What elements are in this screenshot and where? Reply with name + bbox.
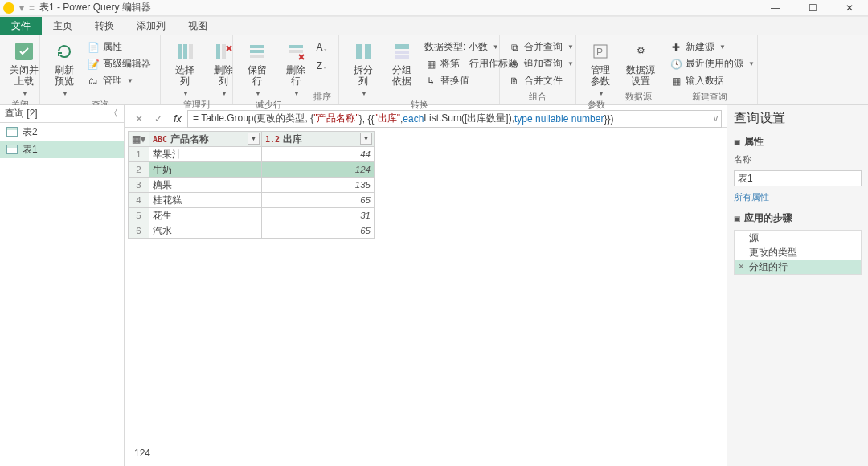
split-column-button[interactable]: 拆分 列▼ [346,39,381,99]
svg-rect-9 [250,50,264,53]
sort-desc-icon: Z↓ [316,59,329,72]
table-row[interactable]: 5花生31 [129,208,375,223]
table-corner[interactable]: ▦▾ [129,132,149,147]
formula-expand-icon[interactable]: v [714,114,718,123]
formula-cancel-button[interactable]: ✕ [129,110,149,128]
svg-text:P: P [596,47,603,58]
append-icon: ⊕ [508,58,521,71]
ribbon-tabs: 文件 主页 转换 添加列 视图 [0,16,868,35]
svg-rect-19 [395,55,409,59]
svg-rect-2 [183,44,187,59]
sort-asc-icon: A↓ [316,41,329,54]
enter-data-icon: ▦ [669,75,682,88]
keep-rows-icon [246,40,268,63]
tab-file[interactable]: 文件 [0,17,42,35]
properties-icon: 📄 [87,41,100,54]
tab-view[interactable]: 视图 [177,17,219,35]
properties-button[interactable]: 📄属性 [85,39,153,55]
combine-files-button[interactable]: 🗎合并文件 [506,72,575,89]
collapse-queries-button[interactable]: 〈 [108,108,119,120]
formula-input[interactable]: = Table.Group(更改的类型, {"产品名称"}, {{"出库", e… [187,110,722,128]
files-icon: 🗎 [508,75,521,88]
merge-queries-button[interactable]: ⧉合并查询▼ [506,39,575,55]
table-row[interactable]: 4桂花糕65 [129,193,375,208]
group-sort-label: 排序 [305,91,338,104]
tab-addcolumn[interactable]: 添加列 [125,17,177,35]
new-source-button[interactable]: ✚新建源▼ [668,39,756,55]
group-combine-label: 组合 [500,91,575,104]
applied-step[interactable]: ✕分组的行 [735,260,861,274]
recent-icon: 🕓 [669,58,682,71]
choose-columns-button[interactable]: 选择 列▼ [167,39,203,99]
gear-icon: ⚙ [629,40,652,63]
params-icon: P [589,40,612,63]
table-icon [6,145,18,154]
group-newq-label: 新建查询 [661,91,757,104]
remove-cols-icon [212,40,235,63]
column-header[interactable]: 1.2出库▼ [262,132,375,147]
close-button[interactable]: ✕ [831,0,868,16]
svg-rect-1 [178,44,182,59]
group-by-button[interactable]: 分组 依据 [384,39,420,89]
svg-rect-8 [250,45,264,48]
query-settings-pane: 查询设置 ▣属性 名称 表1 所有属性 ▣应用的步骤 源更改的类型✕分组的行 [727,105,868,466]
data-grid[interactable]: ▦▾ABC产品名称▼1.2出库▼ 1苹果汁442牛奶1243糖果1354桂花糕6… [128,131,375,239]
close-load-button[interactable]: 关闭并 上载▼ [6,39,42,99]
settings-title: 查询设置 [734,110,862,127]
applied-steps-list: 源更改的类型✕分组的行 [734,230,862,275]
filter-icon[interactable]: ▼ [248,133,260,145]
editor-area: ✕ ✓ fx = Table.Group(更改的类型, {"产品名称"}, {{… [125,105,727,466]
editor-icon: 📝 [87,58,100,71]
close-load-icon [13,40,35,63]
query-item[interactable]: 表1 [0,141,124,158]
manage-params-button[interactable]: P 管理 参数▼ [583,39,618,99]
all-properties-link[interactable]: 所有属性 [734,191,862,203]
window-title: 表1 - Power Query 编辑器 [39,1,151,14]
recent-sources-button[interactable]: 🕓最近使用的源▼ [668,55,756,72]
enter-data-button[interactable]: ▦输入数据 [668,72,756,89]
applied-step[interactable]: 源 [735,231,861,245]
table-icon [6,127,18,137]
datasource-settings-button[interactable]: ⚙ 数据源 设置 [623,39,658,89]
keep-rows-button[interactable]: 保留 行▼ [240,39,275,99]
tab-transform[interactable]: 转换 [84,17,125,35]
queries-pane: 查询 [2] 〈 表2表1 [0,105,125,466]
svg-rect-11 [289,45,303,48]
svg-rect-3 [189,44,193,59]
table-row[interactable]: 2牛奶124 [129,162,375,178]
refresh-icon [53,40,76,63]
choose-cols-icon [174,40,196,63]
svg-rect-10 [250,55,264,58]
manage-button[interactable]: 🗂管理▼ [85,72,153,89]
applied-step[interactable]: 更改的类型 [735,245,861,260]
table-row[interactable]: 6汽水65 [129,223,375,239]
append-queries-button[interactable]: ⊕追加查询▼ [506,55,575,72]
steps-section-header: 应用的步骤 [744,211,792,225]
refresh-preview-button[interactable]: 刷新 预览▼ [47,39,82,99]
table-row[interactable]: 1苹果汁44 [129,147,375,162]
maximize-button[interactable]: ☐ [794,0,831,16]
header-icon: ▦ [424,58,437,71]
delete-step-icon[interactable]: ✕ [738,262,744,271]
formula-commit-button[interactable]: ✓ [149,110,168,128]
manage-icon: 🗂 [87,75,100,88]
sort-asc-button[interactable]: A↓ [314,39,330,55]
column-header[interactable]: ABC产品名称▼ [149,132,262,147]
advanced-editor-button[interactable]: 📝高级编辑器 [85,55,153,72]
group-datasrc-label: 数据源 [616,91,661,104]
sort-desc-button[interactable]: Z↓ [314,57,330,74]
tab-home[interactable]: 主页 [42,17,84,35]
query-item[interactable]: 表2 [0,123,124,141]
svg-rect-4 [216,44,220,59]
svg-rect-5 [222,44,226,59]
svg-rect-18 [395,51,409,54]
query-name-input[interactable]: 表1 [734,170,862,186]
titlebar: ▾ = 表1 - Power Query 编辑器 — ☐ ✕ [0,0,868,16]
properties-section-header: 属性 [744,135,764,149]
filter-icon[interactable]: ▼ [360,133,372,145]
name-label: 名称 [734,153,862,166]
minimize-button[interactable]: — [757,0,794,16]
table-row[interactable]: 3糖果135 [129,178,375,193]
ribbon: 关闭并 上载▼ 关闭 刷新 预览▼ 📄属性 📝高级编辑器 🗂管理▼ 查询 选择 … [0,35,868,105]
group-icon [391,40,413,63]
